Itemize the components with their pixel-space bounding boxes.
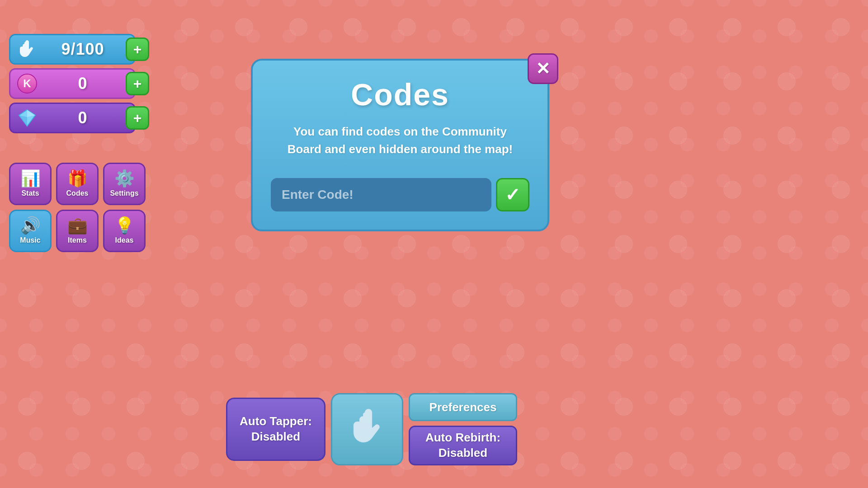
code-input-row: ✓ [271,178,529,211]
close-icon: ✕ [536,59,550,79]
auto-rebirth-button[interactable]: Auto Rebirth:Disabled [409,426,517,465]
modal-description: You can find codes on the Community Boar… [271,123,529,158]
code-submit-button[interactable]: ✓ [496,178,529,211]
codes-modal: Codes You can find codes on the Communit… [251,59,549,231]
auto-rebirth-label: Auto Rebirth:Disabled [425,430,500,461]
close-button[interactable]: ✕ [528,53,558,84]
code-input[interactable] [271,178,491,211]
preferences-column: Preferences Auto Rebirth:Disabled [409,393,517,465]
tap-icon-button[interactable] [331,393,403,465]
preferences-button[interactable]: Preferences [409,393,517,421]
hand-tap-icon [344,404,390,454]
auto-tapper-button[interactable]: Auto Tapper:Disabled [226,398,326,461]
preferences-label: Preferences [429,400,497,414]
checkmark-icon: ✓ [505,184,520,205]
bottom-bar: Auto Tapper:Disabled Preferences Auto Re… [226,393,517,465]
auto-tapper-label: Auto Tapper:Disabled [240,414,312,445]
modal-title: Codes [351,77,449,112]
